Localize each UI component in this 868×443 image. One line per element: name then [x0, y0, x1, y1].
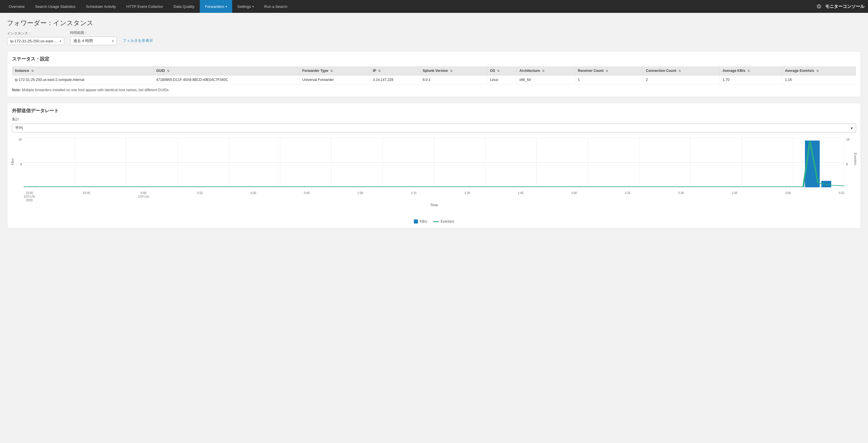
x-tick-0300: 3:00: [785, 191, 790, 202]
table-note-text: Multiple forwarders installed on one hos…: [22, 88, 169, 92]
chart-section: 外部送信データレート 集計 平均 ▾ 16 8 16 8: [7, 103, 861, 229]
filter-time-value: 過去 4 時間: [73, 38, 93, 43]
filter-time-select[interactable]: 過去 4 時間 ▾: [70, 36, 117, 45]
nav-item-search-usage[interactable]: Search Usage Statistics: [30, 0, 81, 13]
y-right-mid: 8: [846, 163, 848, 166]
td-splunk_version: 8.0.1: [420, 76, 487, 84]
th-os[interactable]: OS ⇅: [487, 66, 516, 76]
x-tick-0130: 1:30: [464, 191, 470, 202]
chart-section-title: 外部送信データレート: [12, 108, 856, 114]
x-label-0200: 2:00: [571, 191, 577, 195]
x-tick-2330: 23:30 1/13 (月) 2020: [24, 191, 35, 202]
legend-events-icon: [433, 221, 439, 222]
sort-icon-kbs: ⇅: [747, 69, 750, 72]
chart-container: 16 8 16 8: [12, 138, 856, 202]
x-tick-0015: 0:15: [197, 191, 203, 202]
td-avg_kbs: 1.70: [720, 76, 782, 84]
x-label-0130: 1:30: [464, 191, 470, 195]
sort-icon-ip: ⇅: [378, 69, 380, 72]
x-axis-title: Time: [430, 203, 438, 207]
sliders-icon[interactable]: ⚙: [816, 3, 822, 10]
x-label-0230: 2:30: [678, 191, 684, 195]
th-splunk-version[interactable]: Splunk Version ⇅: [420, 66, 487, 76]
th-connection-count[interactable]: Connection Count ⇅: [643, 66, 720, 76]
x-tick-0045: 0:45: [304, 191, 310, 202]
table-header-row: Instance ⇅ GUID ⇅ Forwarder Type ⇅ IP ⇅ …: [12, 66, 856, 76]
x-tick-2345: 23:45: [83, 191, 90, 202]
filter-time-group: 時間範囲： 過去 4 時間 ▾: [70, 30, 117, 45]
x-axis: 23:30 1/13 (月) 2020 23:45 0:00 1/14 (火) …: [24, 191, 844, 202]
sort-icon-os: ⇅: [497, 69, 499, 72]
legend-kbs-label: KB/s: [420, 219, 427, 224]
nav-item-settings[interactable]: Settings ▾: [232, 0, 259, 13]
aggregation-label: 集計: [12, 117, 856, 122]
filter-toggle-link[interactable]: フィルタを非表示: [123, 38, 153, 43]
th-receiver-count[interactable]: Receiver Count ⇅: [575, 66, 643, 76]
td-architecture: x86_64: [516, 76, 575, 84]
th-ip[interactable]: IP ⇅: [370, 66, 420, 76]
x-tick-0115: 1:15: [411, 191, 416, 202]
th-forwarder-type[interactable]: Forwarder Type ⇅: [299, 66, 370, 76]
nav-item-run-search[interactable]: Run a Search: [259, 0, 293, 13]
x-label-0045: 0:45: [304, 191, 310, 195]
nav-label-search-usage: Search Usage Statistics: [35, 4, 75, 9]
filter-time-arrow: ▾: [112, 39, 114, 43]
chart-svg: [24, 138, 844, 187]
filter-time-label: 時間範囲：: [70, 30, 117, 35]
th-avg-events[interactable]: Average Events/s ⇅: [782, 66, 856, 76]
settings-dropdown-arrow: ▾: [252, 5, 254, 8]
nav-label-settings: Settings: [238, 4, 251, 9]
th-instance[interactable]: Instance ⇅: [12, 66, 153, 76]
x-label-0115: 1:15: [411, 191, 416, 195]
x-label-2330-time: 23:30: [26, 191, 33, 195]
nav-item-scheduler[interactable]: Scheduler Activity: [81, 0, 121, 13]
filter-instance-select[interactable]: ip-172-31-25-250.us-east-... ▾: [7, 37, 64, 45]
page-title: フォワーダー：インスタンス: [7, 19, 861, 27]
nav-label-scheduler: Scheduler Activity: [86, 4, 116, 9]
nav-item-overview[interactable]: Overview: [3, 0, 30, 13]
th-guid[interactable]: GUID ⇅: [153, 66, 299, 76]
page-content: フォワーダー：インスタンス インスタンス： ip-172-31-25-250.u…: [0, 13, 868, 443]
app-title: モニターコンソール: [825, 4, 865, 9]
x-tick-0030: 0:30: [251, 191, 256, 202]
nav-label-dataquality: Data Quality: [174, 4, 194, 9]
y-right-top: 16: [846, 138, 849, 141]
x-label-2345: 23:45: [83, 191, 90, 195]
aggregation-arrow: ▾: [851, 126, 853, 130]
x-label-0215: 2:15: [625, 191, 630, 195]
x-tick-0215: 2:15: [625, 191, 630, 202]
nav-right: ⚙ モニターコンソール: [816, 3, 865, 10]
x-tick-0100: 1:00: [358, 191, 363, 202]
legend-kbs: KB/s: [414, 219, 427, 224]
status-table: Instance ⇅ GUID ⇅ Forwarder Type ⇅ IP ⇅ …: [12, 66, 856, 84]
nav-item-dataquality[interactable]: Data Quality: [168, 0, 200, 13]
x-label-0030: 0:30: [251, 191, 256, 195]
sort-icon-guid: ⇅: [167, 69, 169, 72]
legend-kbs-icon: [414, 219, 418, 224]
aggregation-value: 平均: [15, 125, 23, 130]
aggregation-select[interactable]: 平均 ▾: [12, 124, 856, 132]
td-ip: 3.14.147.228: [370, 76, 420, 84]
x-label-0315: 3:15: [838, 191, 844, 195]
nav-item-http[interactable]: HTTP Event Collector: [121, 0, 168, 13]
y-axis-left-label: KB/s: [11, 158, 14, 165]
x-label-0245: 2:45: [732, 191, 737, 195]
x-label-0000-date: 1/14 (火): [138, 195, 149, 199]
nav-label-http: HTTP Event Collector: [126, 4, 163, 9]
nav-label-forwarders: Forwarders: [205, 4, 224, 9]
filter-instance-arrow: ▾: [60, 39, 61, 43]
x-tick-0245: 2:45: [732, 191, 737, 202]
nav-items: Overview Search Usage Statistics Schedul…: [3, 0, 816, 13]
filters-row: インスタンス： ip-172-31-25-250.us-east-... ▾ 時…: [7, 30, 861, 45]
status-section-title: ステータス・設定: [12, 56, 856, 62]
x-label-0145: 1:45: [518, 191, 523, 195]
filter-instance-group: インスタンス： ip-172-31-25-250.us-east-... ▾: [7, 31, 64, 45]
th-avg-kbs[interactable]: Average KB/s ⇅: [720, 66, 782, 76]
th-architecture[interactable]: Architecture ⇅: [516, 66, 575, 76]
table-row: ip-172-31-25-250.us-east-2.compute.inter…: [12, 76, 856, 84]
td-guid: 471B9955-D11F-45A9-8BCD-49E04C7F340C: [153, 76, 299, 84]
x-tick-0315: 3:15: [838, 191, 844, 202]
sort-icon-rc: ⇅: [606, 69, 608, 72]
nav-item-forwarders[interactable]: Forwarders ▾: [200, 0, 232, 13]
filter-instance-value: ip-172-31-25-250.us-east-...: [10, 39, 57, 43]
